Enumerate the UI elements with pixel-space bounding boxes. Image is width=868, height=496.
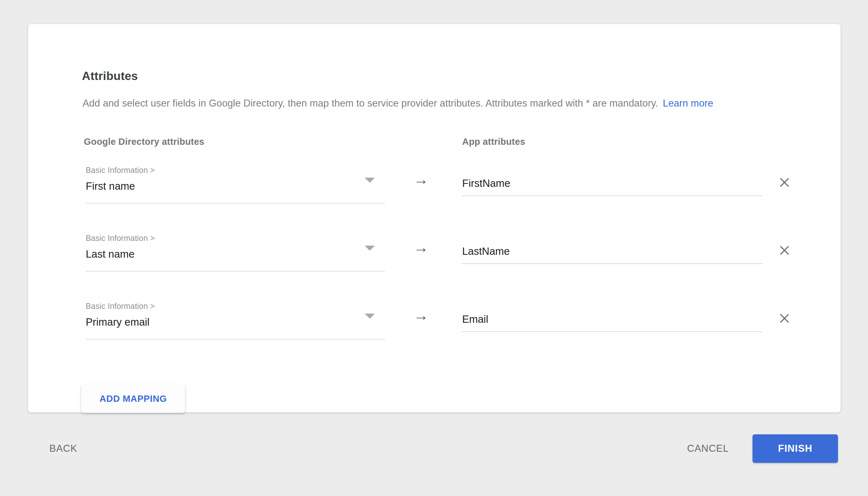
mapping-arrow-icon: → — [413, 240, 429, 255]
google-attribute-value: First name — [86, 180, 135, 192]
description-body: Add and select user fields in Google Dir… — [82, 98, 658, 109]
attribute-category-label: Basic Information > — [86, 234, 155, 243]
learn-more-link[interactable]: Learn more — [663, 98, 713, 109]
description-text: Add and select user fields in Google Dir… — [82, 98, 829, 109]
remove-mapping-button[interactable] — [777, 175, 792, 190]
close-icon — [778, 244, 791, 257]
close-icon — [778, 176, 791, 188]
close-icon — [778, 312, 791, 324]
back-button[interactable]: BACK — [47, 441, 79, 456]
dropdown-underline — [86, 271, 385, 272]
mapping-arrow-icon: → — [413, 308, 429, 323]
app-attribute-input[interactable] — [461, 244, 763, 264]
attributes-card: Attributes Add and select user fields in… — [28, 24, 841, 413]
google-attribute-value: Primary email — [86, 316, 150, 328]
mapping-row: Basic Information > Last name → — [28, 234, 841, 302]
finish-button[interactable]: FINISH — [752, 434, 838, 463]
google-attribute-value: Last name — [86, 248, 134, 260]
dropdown-underline — [86, 203, 385, 204]
attribute-category-label: Basic Information > — [86, 301, 155, 311]
google-attribute-dropdown[interactable]: Basic Information > Primary email — [86, 301, 385, 341]
page-title: Attributes — [82, 69, 138, 83]
mapping-row: Basic Information > Primary email → — [28, 302, 841, 370]
google-attribute-dropdown[interactable]: Basic Information > Last name — [86, 233, 385, 273]
dropdown-arrow-icon[interactable] — [365, 314, 375, 319]
google-attribute-dropdown[interactable]: Basic Information > First name — [86, 165, 385, 205]
app-attribute-input[interactable] — [461, 176, 763, 196]
cancel-button[interactable]: CANCEL — [685, 441, 731, 456]
attribute-category-label: Basic Information > — [86, 166, 155, 175]
dropdown-arrow-icon[interactable] — [365, 178, 375, 183]
google-directory-column-header: Google Directory attributes — [84, 137, 204, 147]
mapping-arrow-icon: → — [413, 172, 429, 187]
add-mapping-button[interactable]: ADD MAPPING — [81, 384, 185, 413]
remove-mapping-button[interactable] — [777, 311, 792, 326]
mapping-row: Basic Information > First name → — [28, 166, 841, 234]
dropdown-underline — [86, 339, 385, 340]
app-attribute-input[interactable] — [461, 312, 763, 332]
remove-mapping-button[interactable] — [777, 243, 792, 258]
app-attributes-column-header: App attributes — [462, 137, 525, 147]
attribute-mapping-screen: Attributes Add and select user fields in… — [0, 0, 868, 496]
dropdown-arrow-icon[interactable] — [365, 246, 375, 251]
